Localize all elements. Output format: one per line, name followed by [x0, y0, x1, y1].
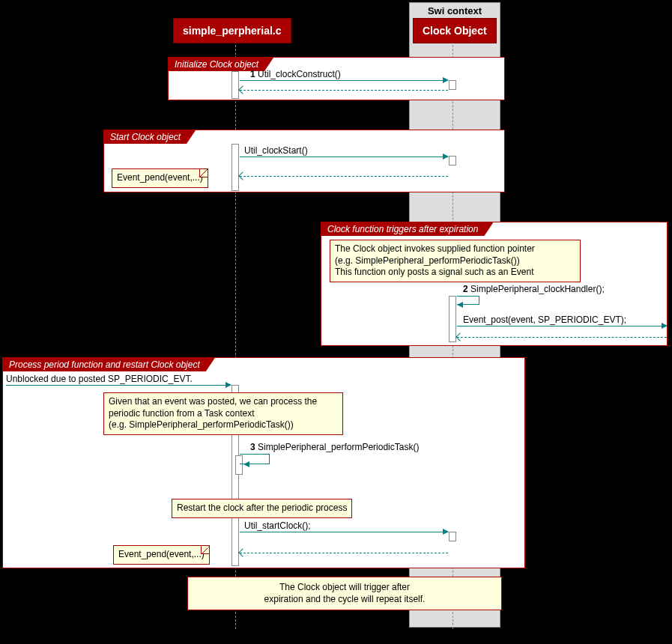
arrow-1-return	[240, 90, 448, 91]
note-event-pend-1: Event_pend(event,...)	[112, 168, 208, 188]
activation-2b	[449, 156, 456, 165]
arrow-2	[240, 157, 448, 157]
participant-left-label: simple_perpherial.c	[183, 25, 282, 37]
arrow-4-head	[662, 323, 668, 329]
self-arrow-3-head	[457, 302, 463, 308]
arrow-4	[457, 326, 667, 326]
arrow-4-return	[457, 337, 667, 338]
arrow-7-head	[443, 529, 449, 535]
group-start-label: Start Clock object	[104, 130, 196, 144]
activation-2a	[231, 144, 239, 191]
group-process-label: Process period function and restart Cloc…	[3, 358, 215, 371]
msg-1-label: 1 Util_clockConstruct()	[250, 69, 341, 79]
msg-5-label: Unblocked due to posted SP_PERIODIC_EVT.	[6, 374, 193, 384]
arrow-5	[6, 385, 231, 386]
participant-left: simple_perpherial.c	[173, 18, 291, 43]
participant-right: Clock Object	[413, 18, 497, 43]
note-event-pend-2: Event_pend(event,...)	[113, 545, 210, 565]
note-clock-invokes: The Clock object invokes supplied functi…	[330, 240, 581, 282]
msg-6-label: 3 SimplePeripheral_performPeriodicTask()	[250, 442, 419, 452]
activation-1b	[449, 80, 456, 90]
caption-note: The Clock object will trigger after expi…	[187, 577, 502, 610]
arrow-2-return	[240, 176, 448, 177]
arrow-7	[240, 532, 448, 532]
activation-5	[449, 532, 456, 541]
note-event-posted: Given that an event was posted, we can p…	[103, 392, 343, 435]
msg-4-label: Event_post(event, SP_PERIODIC_EVT);	[463, 315, 626, 325]
arrow-1-head	[443, 77, 449, 83]
group-clock-triggers-label: Clock function triggers after expiration	[321, 222, 493, 236]
arrow-5-head	[225, 382, 231, 388]
participant-right-label: Clock Object	[423, 25, 487, 37]
msg-3-label: 2 SimplePeripheral_clockHandler();	[463, 284, 605, 294]
swi-label: Swi context	[428, 5, 482, 16]
msg-7-label: Util_startClock();	[244, 520, 311, 531]
activation-1a	[231, 71, 239, 99]
arrow-2-head	[443, 154, 449, 160]
msg-2-label: Util_clockStart()	[244, 145, 308, 156]
arrow-7-return	[240, 553, 448, 553]
activation-3	[449, 296, 456, 342]
arrow-1	[240, 80, 448, 81]
self-arrow-6-head	[243, 461, 249, 467]
note-restart: Restart the clock after the periodic pro…	[172, 499, 352, 518]
